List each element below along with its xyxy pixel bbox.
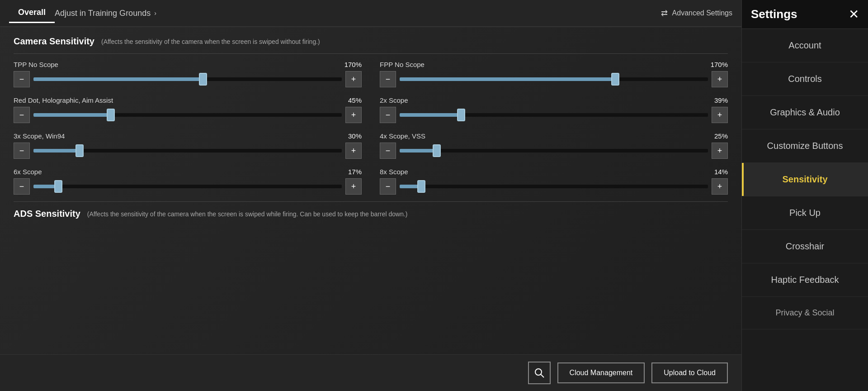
- 8x-scope-increase[interactable]: +: [712, 178, 728, 195]
- 8x-scope-value: 14%: [710, 168, 728, 176]
- 2x-scope-track[interactable]: [400, 113, 708, 117]
- 4x-scope-increase[interactable]: +: [712, 143, 728, 159]
- slider-4x-scope: 4x Scope, VSS 25% − +: [380, 132, 728, 159]
- fpp-no-scope-increase[interactable]: +: [712, 71, 728, 87]
- 6x-scope-label: 6x Scope: [14, 168, 42, 176]
- sensitivity-label: Sensitivity: [782, 174, 827, 185]
- red-dot-increase[interactable]: +: [345, 107, 362, 123]
- 4x-scope-decrease[interactable]: −: [380, 143, 396, 159]
- main-content: Overall Adjust in Training Grounds › ⇄ A…: [0, 0, 741, 391]
- swap-icon: ⇄: [661, 8, 668, 18]
- scroll-area: Camera Sensitivity (Affects the sensitiv…: [0, 27, 741, 354]
- red-dot-label: Red Dot, Holographic, Aim Assist: [14, 96, 113, 104]
- 6x-scope-increase[interactable]: +: [345, 178, 362, 195]
- sidebar-item-haptic-feedback[interactable]: Haptic Feedback: [742, 263, 868, 297]
- 6x-scope-track[interactable]: [33, 185, 342, 188]
- privacy-social-label: Privacy & Social: [775, 308, 834, 318]
- 4x-scope-label: 4x Scope, VSS: [380, 132, 425, 140]
- advanced-settings-label: Advanced Settings: [672, 9, 732, 17]
- camera-title-text: Camera Sensitivity: [14, 36, 94, 47]
- 2x-scope-increase[interactable]: +: [712, 107, 728, 123]
- 8x-scope-label: 8x Scope: [380, 168, 408, 176]
- camera-subtitle-text: (Affects the sensitivity of the camera w…: [101, 38, 320, 45]
- nav-items: Account Controls Graphics & Audio Custom…: [742, 29, 868, 391]
- slider-fpp-no-scope: FPP No Scope 170% − +: [380, 61, 728, 87]
- sidebar: Settings ✕ Account Controls Graphics & A…: [741, 0, 868, 391]
- slider-2x-scope: 2x Scope 39% − +: [380, 96, 728, 123]
- graphics-audio-label: Graphics & Audio: [770, 107, 840, 118]
- sidebar-item-graphics-audio[interactable]: Graphics & Audio: [742, 96, 868, 129]
- tab-training[interactable]: Adjust in Training Grounds ›: [55, 9, 156, 18]
- ads-sensitivity-title: ADS Sensitivity (Affects the sensitivity…: [14, 209, 728, 219]
- fpp-no-scope-track[interactable]: [400, 77, 708, 81]
- advanced-settings-button[interactable]: ⇄ Advanced Settings: [661, 8, 732, 18]
- sidebar-item-customize-buttons[interactable]: Customize Buttons: [742, 129, 868, 163]
- sliders-grid: TPP No Scope 170% − + FPP No Scope 170%: [14, 61, 728, 195]
- controls-label: Controls: [788, 74, 821, 84]
- red-dot-decrease[interactable]: −: [14, 107, 30, 123]
- settings-title: Settings: [751, 7, 797, 21]
- ads-subtitle-text: (Affects the sensitivity of the camera w…: [87, 210, 408, 218]
- close-button[interactable]: ✕: [849, 7, 859, 22]
- camera-sensitivity-title: Camera Sensitivity (Affects the sensitiv…: [14, 36, 728, 47]
- settings-header: Settings ✕: [742, 0, 868, 29]
- 3x-scope-decrease[interactable]: −: [14, 143, 30, 159]
- fpp-no-scope-decrease[interactable]: −: [380, 71, 396, 87]
- search-icon: [534, 368, 544, 378]
- pick-up-label: Pick Up: [789, 208, 821, 218]
- 3x-scope-increase[interactable]: +: [345, 143, 362, 159]
- svg-line-1: [541, 374, 544, 377]
- cloud-management-button[interactable]: Cloud Management: [557, 362, 645, 383]
- section-divider-ads: [14, 201, 728, 202]
- tab-bar: Overall Adjust in Training Grounds › ⇄ A…: [0, 0, 741, 27]
- slider-red-dot: Red Dot, Holographic, Aim Assist 45% − +: [14, 96, 362, 123]
- tab-overall[interactable]: Overall: [9, 3, 55, 23]
- 2x-scope-decrease[interactable]: −: [380, 107, 396, 123]
- 4x-scope-track[interactable]: [400, 149, 708, 153]
- crosshair-label: Crosshair: [786, 241, 825, 252]
- sidebar-item-controls[interactable]: Controls: [742, 62, 868, 96]
- section-divider-camera: [14, 53, 728, 54]
- customize-buttons-label: Customize Buttons: [767, 141, 843, 151]
- slider-6x-scope: 6x Scope 17% − +: [14, 168, 362, 195]
- 6x-scope-decrease[interactable]: −: [14, 178, 30, 195]
- tpp-no-scope-increase[interactable]: +: [345, 71, 362, 87]
- 4x-scope-value: 25%: [710, 132, 728, 140]
- svg-point-0: [535, 369, 542, 375]
- 3x-scope-label: 3x Scope, Win94: [14, 132, 65, 140]
- tpp-no-scope-track[interactable]: [33, 77, 342, 81]
- sidebar-item-sensitivity[interactable]: Sensitivity: [742, 163, 868, 196]
- account-label: Account: [788, 40, 821, 51]
- 3x-scope-track[interactable]: [33, 149, 342, 153]
- sidebar-item-pick-up[interactable]: Pick Up: [742, 196, 868, 230]
- tpp-no-scope-decrease[interactable]: −: [14, 71, 30, 87]
- ads-title-text: ADS Sensitivity: [14, 209, 80, 219]
- sidebar-item-account[interactable]: Account: [742, 29, 868, 62]
- tpp-no-scope-value: 170%: [344, 61, 362, 68]
- fpp-no-scope-value: 170%: [710, 61, 728, 68]
- sidebar-item-crosshair[interactable]: Crosshair: [742, 230, 868, 263]
- slider-tpp-no-scope: TPP No Scope 170% − +: [14, 61, 362, 87]
- 6x-scope-value: 17%: [344, 168, 362, 176]
- search-button[interactable]: [528, 362, 551, 384]
- upload-to-cloud-button[interactable]: Upload to Cloud: [651, 362, 728, 383]
- haptic-feedback-label: Haptic Feedback: [771, 275, 839, 285]
- 3x-scope-value: 30%: [344, 132, 362, 140]
- slider-3x-scope: 3x Scope, Win94 30% − +: [14, 132, 362, 159]
- bottom-bar: Cloud Management Upload to Cloud: [0, 354, 741, 391]
- tpp-no-scope-label: TPP No Scope: [14, 61, 58, 68]
- tab-training-label: Adjust in Training Grounds: [55, 9, 151, 18]
- 2x-scope-label: 2x Scope: [380, 96, 408, 104]
- slider-8x-scope: 8x Scope 14% − +: [380, 168, 728, 195]
- 2x-scope-value: 39%: [710, 96, 728, 104]
- 8x-scope-decrease[interactable]: −: [380, 178, 396, 195]
- chevron-right-icon: ›: [154, 10, 156, 17]
- sidebar-item-privacy-social[interactable]: Privacy & Social: [742, 297, 868, 329]
- 8x-scope-track[interactable]: [400, 185, 708, 188]
- fpp-no-scope-label: FPP No Scope: [380, 61, 425, 68]
- red-dot-value: 45%: [344, 96, 362, 104]
- red-dot-track[interactable]: [33, 113, 342, 117]
